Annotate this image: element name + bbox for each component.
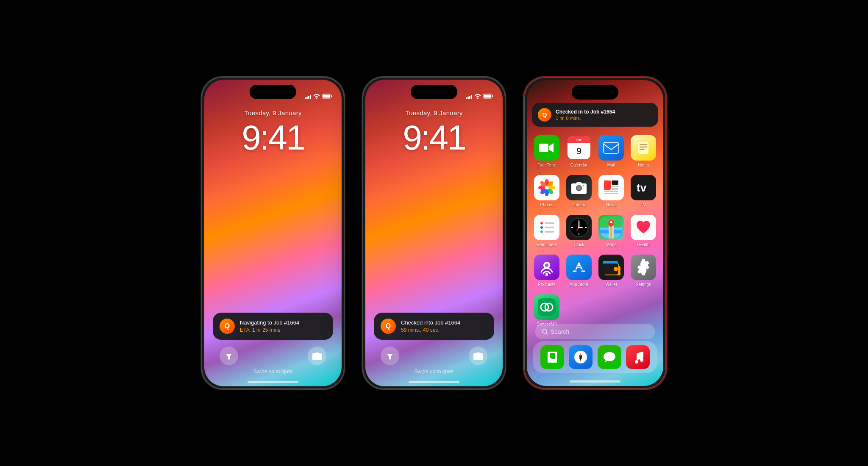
search-label: Search — [551, 328, 569, 335]
flashlight-button-2[interactable] — [381, 347, 399, 365]
home-indicator-2 — [409, 381, 459, 383]
app-row-1: FaceTime TUE 9 Calendar — [532, 135, 658, 167]
svg-rect-6 — [484, 95, 491, 98]
search-bar[interactable]: Search — [535, 324, 655, 339]
servicem8-icon — [534, 294, 559, 320]
settings-label: Settings — [636, 282, 651, 287]
lock-time-2: 9:41 — [365, 118, 503, 158]
svg-rect-51 — [610, 225, 612, 239]
dock-safari-icon[interactable] — [569, 345, 593, 369]
health-icon — [631, 215, 656, 240]
svg-rect-31 — [545, 222, 554, 224]
search-icon — [542, 329, 548, 335]
app-tv[interactable]: tv TV — [629, 175, 658, 207]
app-grid: FaceTime TUE 9 Calendar — [532, 135, 658, 334]
facetime-icon — [534, 135, 559, 161]
notif-subtitle-2: 59 mins., 40 sec. — [401, 327, 487, 333]
notification-pill-2[interactable]: Q Checked into Job #1664 59 mins., 40 se… — [374, 313, 494, 340]
app-notes[interactable]: Notes — [629, 135, 658, 167]
svg-rect-2 — [323, 95, 330, 98]
tv-label: TV — [641, 202, 646, 207]
notif-subtitle-1: ETA: 1 hr 25 mins — [240, 327, 326, 333]
notes-icon — [631, 135, 656, 161]
camera-button-1[interactable] — [308, 347, 326, 365]
dynamic-island-1 — [250, 85, 296, 99]
app-photos[interactable]: Photos — [532, 175, 562, 207]
svg-rect-8 — [539, 144, 548, 152]
swipe-hint-2: Swipe up to open — [365, 369, 503, 374]
dock-messages-icon[interactable] — [598, 345, 621, 369]
tv-icon: tv — [631, 175, 656, 200]
clock-icon — [566, 215, 592, 240]
app-row-5: ServiceM8 — [532, 294, 658, 327]
app-settings[interactable]: Settings — [629, 255, 658, 287]
svg-rect-58 — [545, 273, 548, 276]
reminders-label: Reminders — [537, 242, 557, 247]
svg-rect-23 — [604, 180, 611, 190]
app-podcasts[interactable]: Podcasts — [532, 255, 562, 287]
clock-label: Clock — [573, 242, 584, 247]
health-label: Health — [637, 242, 650, 247]
notif-text-2: Checked into Job #1664 59 mins., 40 sec. — [401, 319, 487, 333]
signal-bars-icon — [305, 95, 311, 99]
app-clock[interactable]: Clock — [564, 215, 594, 247]
camera-icon — [566, 175, 592, 200]
banner-subtitle: 1 hr, 0 mins. — [556, 116, 615, 121]
camera-label: Camera — [571, 202, 587, 207]
phone-1: Tuesday, 9 January 9:41 Q Navigating to … — [201, 76, 345, 390]
svg-rect-35 — [545, 231, 554, 233]
app-mail[interactable]: Mail — [596, 135, 626, 167]
lock-bottom-2 — [365, 347, 503, 365]
camera-button-2[interactable] — [469, 347, 487, 365]
home-indicator-1 — [248, 381, 298, 383]
svg-point-34 — [540, 230, 543, 233]
svg-point-21 — [583, 185, 584, 186]
phone-2: Tuesday, 9 January 9:41 Q Checked into J… — [362, 76, 506, 390]
app-health[interactable]: Health — [629, 215, 658, 247]
app-maps[interactable]: Maps — [596, 215, 626, 247]
svg-text:tv: tv — [637, 181, 647, 194]
dock — [533, 341, 657, 373]
home-notification-banner[interactable]: Q Checked in to Job #1664 1 hr, 0 mins. — [532, 103, 658, 127]
dock-music-icon[interactable] — [626, 345, 650, 369]
banner-app-icon: Q — [538, 108, 551, 122]
notif-app-icon-2: Q — [381, 319, 396, 334]
svg-rect-25 — [612, 186, 618, 187]
app-camera[interactable]: Camera — [564, 175, 594, 207]
app-reminders[interactable]: Reminders — [532, 215, 562, 247]
calendar-label: Calendar — [570, 163, 588, 167]
mail-icon — [598, 135, 624, 161]
svg-point-30 — [540, 222, 543, 225]
flashlight-button-1[interactable] — [220, 347, 238, 365]
svg-line-72 — [546, 333, 548, 334]
svg-rect-1 — [331, 95, 332, 97]
lock-date-2: Tuesday, 9 January — [365, 109, 503, 116]
svg-rect-26 — [612, 188, 618, 190]
home-indicator-3 — [570, 380, 620, 383]
dynamic-island-2 — [411, 85, 457, 99]
phone-3: Q Checked in to Job #1664 1 hr, 0 mins. … — [523, 76, 667, 390]
app-appstore[interactable]: App Store — [564, 255, 594, 287]
app-servicem8[interactable]: ServiceM8 — [532, 294, 562, 327]
wifi-icon — [314, 94, 320, 100]
wallet-label: Wallet — [605, 282, 617, 287]
notif-text-1: Navigating to Job #1664 ETA: 1 hr 25 min… — [240, 319, 326, 333]
news-label: News — [606, 202, 616, 207]
svg-rect-5 — [492, 95, 493, 97]
svg-rect-28 — [604, 193, 618, 194]
appstore-label: App Store — [570, 282, 588, 287]
notif-title-1: Navigating to Job #1664 — [240, 319, 326, 327]
notif-title-2: Checked into Job #1664 — [401, 319, 487, 327]
app-facetime[interactable]: FaceTime — [532, 135, 562, 167]
dock-phone-icon[interactable] — [540, 345, 564, 369]
notification-pill-1[interactable]: Q Navigating to Job #1664 ETA: 1 hr 25 m… — [213, 313, 333, 340]
app-calendar[interactable]: TUE 9 Calendar — [564, 135, 594, 167]
swipe-hint-1: Swipe up to open — [204, 369, 342, 374]
podcasts-icon — [534, 255, 559, 280]
wallet-icon — [598, 255, 624, 280]
app-wallet[interactable]: Wallet — [596, 255, 626, 287]
dynamic-island-3 — [572, 85, 618, 100]
settings-icon — [631, 255, 656, 280]
facetime-label: FaceTime — [537, 163, 556, 167]
app-news[interactable]: News — [596, 175, 626, 207]
